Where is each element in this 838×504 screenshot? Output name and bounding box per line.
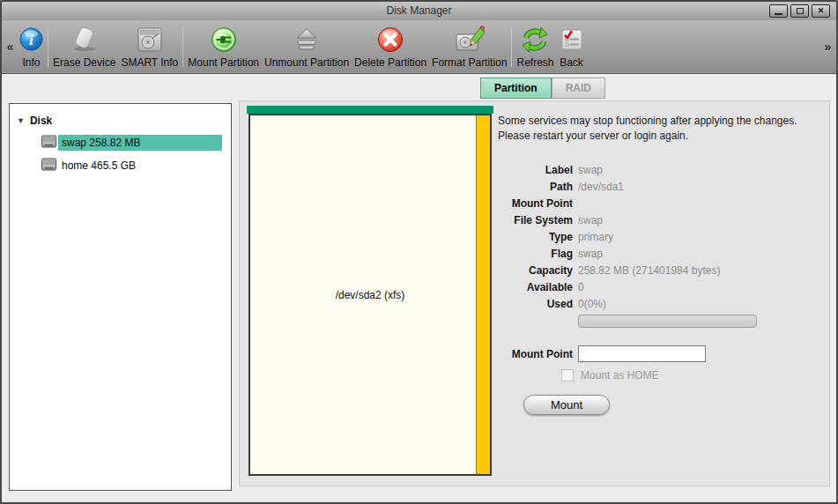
mount-as-home-checkbox[interactable] [561,369,574,382]
info-icon: i [19,22,43,56]
field-row-path: Path /dev/sda1 [498,179,820,196]
chevron-down-icon[interactable]: ▼ [17,116,25,125]
toolbar-item-format-partition[interactable]: Format Partition [429,20,509,73]
close-button[interactable]: ✕ [812,4,830,18]
titlebar: Disk Manager ✕ [2,2,836,20]
field-value: swap [578,212,603,229]
field-label: Used [498,296,573,313]
partition-visual-yellow-stripe [476,115,490,474]
disk-tree-panel: ▼ Disk swap 258.82 MB [9,103,232,491]
field-value: primary [578,229,613,246]
field-value: 0 [578,279,584,296]
field-row-mount-point: Mount Point [498,196,820,212]
toolbar-label: Format Partition [432,56,507,69]
notice-text: Some services may stop functioning after… [498,114,820,144]
field-label: Type [498,229,573,246]
field-value: 258.82 MB (271401984 bytes) [578,263,720,279]
toolbar: « i Info Erase Device [2,20,836,74]
toolbar-label: Refresh [516,56,553,69]
field-row-flag: Flag swap [498,246,820,263]
field-label: Label [498,162,573,179]
toolbar-label: Mount Partition [188,56,259,69]
eraser-icon [70,22,100,56]
field-label: Path [498,179,573,196]
mount-button[interactable]: Mount [523,395,610,415]
field-label: Capacity [498,263,573,279]
svg-text:i: i [29,33,33,48]
field-label: Available [498,279,573,296]
mount-point-label: Mount Point [498,348,573,360]
field-list: Label swap Path /dev/sda1 Mount Point Fi… [498,162,820,313]
field-label: Flag [498,246,573,263]
field-row-available: Available 0 [498,279,820,296]
toolbar-item-info[interactable]: i Info [17,20,46,73]
minimize-icon [775,12,782,15]
disk-manager-window: Disk Manager ✕ « i Info [0,0,838,504]
partition-info: Some services may stop functioning after… [498,114,820,415]
toolbar-item-smart-info[interactable]: SMART Info [118,20,181,73]
field-value: swap [578,246,603,263]
tree-item-label: home 465.5 GB [58,158,222,174]
partition-detail-panel: /dev/sda2 (xfs) Some services may stop f… [239,100,830,486]
hard-drive-icon [41,158,56,174]
toolbar-label: Info [22,56,40,69]
tree-item-label: swap 258.82 MB [58,135,222,151]
plug-icon [211,22,237,56]
partition-block-label: /dev/sda2 (xfs) [336,289,405,301]
toolbar-separator [48,26,48,67]
refresh-icon [522,22,548,56]
checklist-icon [560,22,584,56]
maximize-icon [797,8,804,14]
field-row-capacity: Capacity 258.82 MB (271401984 bytes) [498,263,820,279]
minimize-button[interactable] [769,4,788,18]
field-value: 0(0%) [578,296,606,313]
mount-as-home-row: Mount as HOME [561,369,820,382]
mount-point-input[interactable] [578,345,706,362]
toolbar-item-refresh[interactable]: Refresh [514,20,556,73]
field-value: swap [578,162,603,179]
pencil-drive-icon [455,22,485,56]
toolbar-label: Erase Device [53,56,115,69]
toolbar-label: Delete Partition [354,56,426,69]
toolbar-item-delete-partition[interactable]: Delete Partition [352,20,429,73]
notice-line-1: Some services may stop functioning after… [498,114,820,129]
toolbar-label: Back [560,56,583,69]
delete-icon [377,22,404,56]
partition-block-sda2[interactable]: /dev/sda2 (xfs) [248,114,492,476]
tab-raid[interactable]: RAID [552,78,605,99]
tree-node-disk[interactable]: ▼ Disk [17,115,231,127]
field-row-label: Label swap [498,162,820,179]
maximize-button[interactable] [790,4,809,18]
tab-partition[interactable]: Partition [480,78,552,99]
partition-visual-header-bar [247,106,493,114]
content-area: Partition RAID ▼ Disk swap 258.82 MB [2,74,836,502]
hard-drive-icon [135,22,165,56]
eject-icon [293,22,320,56]
field-label: File System [498,212,573,229]
tree-item-swap[interactable]: swap 258.82 MB [41,134,222,152]
field-row-type: Type primary [498,229,820,246]
partition-visual: /dev/sda2 (xfs) [247,106,493,476]
tree-item-home[interactable]: home 465.5 GB [41,157,222,174]
field-label: Mount Point [498,196,573,212]
toolbar-item-erase-device[interactable]: Erase Device [50,20,118,73]
field-row-used: Used 0(0%) [498,296,820,313]
toolbar-item-back[interactable]: Back [557,20,587,73]
toolbar-scroll-left-icon[interactable]: « [4,40,17,54]
toolbar-item-mount-partition[interactable]: Mount Partition [185,20,262,73]
mount-point-row: Mount Point [498,345,820,362]
notice-line-2: Please restart your server or login agai… [498,129,820,144]
hard-drive-icon [41,135,56,152]
tab-bar: Partition RAID [480,78,605,99]
toolbar-separator [511,26,512,67]
window-title: Disk Manager [2,4,836,17]
close-icon: ✕ [818,7,825,15]
field-value: /dev/sda1 [578,179,624,196]
toolbar-label: Unmount Partition [264,56,349,69]
window-controls: ✕ [769,4,830,18]
mount-as-home-label: Mount as HOME [581,369,659,382]
used-progress-bar [578,315,757,328]
toolbar-scroll-right-icon[interactable]: » [821,40,834,54]
toolbar-item-unmount-partition[interactable]: Unmount Partition [262,20,352,73]
tree-root-label: Disk [30,115,52,127]
